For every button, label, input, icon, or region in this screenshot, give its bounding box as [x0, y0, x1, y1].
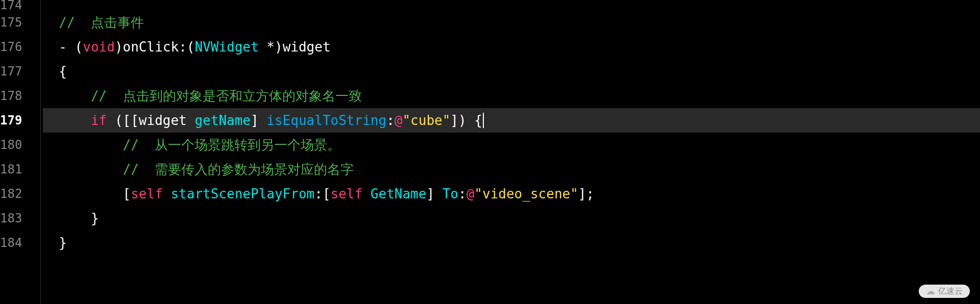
code-token: ]) {	[450, 114, 482, 127]
code-line[interactable]: // 从一个场景跳转到另一个场景。	[43, 133, 980, 157]
code-token	[43, 89, 91, 103]
code-token: self	[331, 187, 363, 200]
code-token	[43, 16, 59, 29]
code-token: :[	[314, 187, 330, 200]
code-token: [	[43, 187, 131, 200]
line-number: 178	[0, 90, 22, 102]
line-number: 182	[0, 188, 22, 200]
code-line[interactable]: }	[43, 206, 980, 231]
code-token	[362, 187, 371, 200]
code-line[interactable]: // 点击到的对象是否和立方体的对象名一致	[43, 84, 980, 108]
code-line[interactable]: - (void)onClick:(NVWidget *)widget	[43, 35, 980, 59]
code-token: To	[443, 187, 458, 200]
cloud-icon: ☁	[926, 287, 935, 296]
code-token: ];	[578, 187, 594, 200]
code-line[interactable]: [self startScenePlayFrom:[self GetName] …	[43, 182, 980, 206]
code-token: if	[91, 114, 107, 127]
code-token: *)widget	[259, 40, 331, 54]
code-token: // 从一个场景跳转到另一个场景。	[123, 138, 341, 151]
code-token	[43, 65, 59, 78]
code-token: )	[115, 40, 123, 54]
code-token: }	[91, 212, 99, 225]
text-cursor	[483, 113, 484, 128]
code-token	[43, 236, 59, 249]
code-token	[163, 187, 171, 200]
code-token	[43, 212, 91, 225]
line-number: 177	[0, 65, 22, 78]
code-token: @	[395, 114, 403, 127]
line-number: 184	[0, 237, 22, 249]
code-token: "video_scene"	[474, 187, 578, 200]
code-token: :	[386, 114, 395, 127]
line-number: 174	[0, 0, 22, 11]
code-token: ]	[426, 187, 442, 200]
code-line[interactable]: {	[43, 59, 980, 84]
code-line-current[interactable]: if ([[widget getName] isEqualToString:@"…	[43, 108, 980, 133]
code-token: // 点击到的对象是否和立方体的对象名一致	[91, 89, 362, 103]
code-token: }	[59, 236, 67, 249]
watermark-badge: ☁ 亿速云	[919, 285, 970, 298]
code-token: getName	[194, 114, 251, 127]
line-number: 176	[0, 41, 22, 53]
line-number-gutter: 174 175 176 177 178 179 180 181 182 183 …	[0, 0, 41, 304]
code-area[interactable]: // 点击事件 - (void)onClick:(NVWidget *)widg…	[41, 0, 980, 304]
line-number: 175	[0, 16, 22, 29]
code-token: // 需要传入的参数为场景对应的名字	[123, 163, 354, 176]
code-token	[43, 40, 59, 54]
code-editor[interactable]: 174 175 176 177 178 179 180 181 182 183 …	[0, 0, 980, 304]
code-token: ]	[251, 114, 266, 127]
line-number: 180	[0, 139, 22, 151]
code-token: "cube"	[402, 114, 450, 127]
code-token: isEqualToString	[266, 114, 386, 127]
watermark-text: 亿速云	[938, 287, 963, 295]
code-token: @	[467, 187, 475, 200]
code-line[interactable]: // 点击事件	[43, 10, 980, 35]
code-token: startScenePlayFrom	[170, 187, 314, 200]
code-token: ([[widget	[107, 114, 194, 127]
code-line[interactable]: }	[43, 231, 980, 255]
code-token	[43, 163, 123, 176]
code-token: NVWidget	[194, 40, 258, 54]
code-line[interactable]: // 需要传入的参数为场景对应的名字	[43, 157, 980, 182]
code-token	[43, 138, 123, 151]
code-token: self	[131, 187, 163, 200]
line-number: 183	[0, 212, 22, 224]
code-token: GetName	[371, 187, 427, 200]
code-token	[43, 114, 91, 127]
line-number: 181	[0, 163, 22, 175]
code-token: :	[458, 187, 467, 200]
code-token: - (	[59, 40, 83, 54]
code-token: // 点击事件	[59, 16, 144, 29]
code-line[interactable]	[43, 0, 980, 10]
code-token: {	[59, 65, 67, 78]
code-token: onClick:(	[123, 40, 195, 54]
code-token: void	[83, 40, 115, 54]
line-number-current: 179	[0, 114, 22, 126]
